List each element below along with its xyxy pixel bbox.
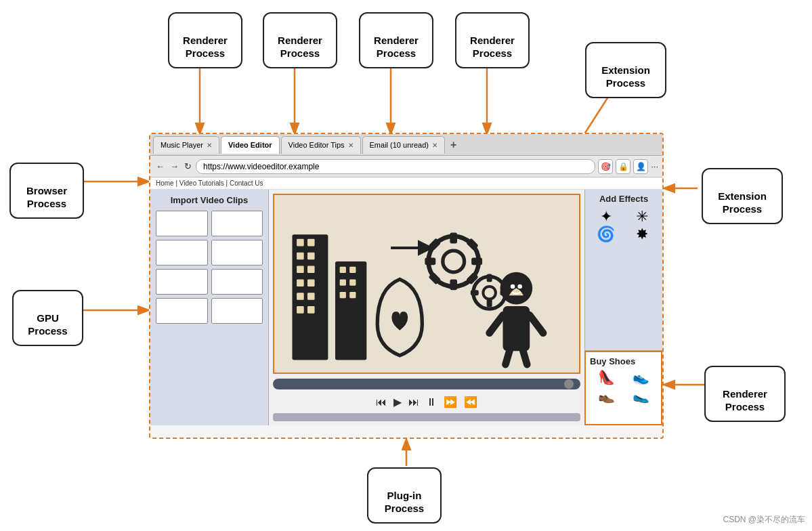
svg-line-52 <box>530 315 543 333</box>
extension-process-top: Extension Process <box>585 42 666 98</box>
svg-rect-15 <box>297 266 304 274</box>
video-illustration <box>274 195 579 373</box>
shoes-grid: 👠 👟 👞 🥿 <box>590 369 657 404</box>
clip-cell[interactable] <box>211 298 263 324</box>
svg-rect-21 <box>297 306 304 314</box>
new-tab-button[interactable]: + <box>446 139 461 151</box>
svg-rect-13 <box>297 253 304 260</box>
rewind-button[interactable]: ⏪ <box>464 396 477 408</box>
extension-process-right: Extension Process <box>702 168 783 224</box>
svg-rect-36 <box>471 258 482 266</box>
svg-point-49 <box>517 284 522 289</box>
renderer-process-2: Renderer Process <box>263 12 337 68</box>
effect-firework[interactable]: ✸ <box>625 227 658 242</box>
center-panel: ⏮ ▶ ⏭ ⏸ ⏩ ⏪ <box>269 190 584 425</box>
skip-forward-button[interactable]: ⏭ <box>408 396 419 408</box>
address-input[interactable] <box>196 159 595 174</box>
tab-close-icon[interactable]: ✕ <box>207 142 212 149</box>
left-panel: Import Video Clips <box>150 190 269 425</box>
svg-line-54 <box>523 349 528 365</box>
clip-cell[interactable] <box>211 269 263 295</box>
diagram-container: Renderer Process Renderer Process Render… <box>0 0 812 531</box>
svg-line-53 <box>505 349 510 365</box>
shoe-sandal[interactable]: 🥿 <box>624 387 657 404</box>
shoe-sneaker[interactable]: 👞 <box>590 387 622 404</box>
tab-close-icon-2[interactable]: ✕ <box>348 142 354 149</box>
shoe-boot[interactable]: 👟 <box>624 369 657 385</box>
progress-knob[interactable] <box>564 379 574 389</box>
svg-rect-11 <box>297 239 304 247</box>
ad-title: Buy Shoes <box>590 356 657 366</box>
menu-button[interactable]: ··· <box>651 161 658 171</box>
svg-rect-43 <box>487 274 492 282</box>
timeline-bar[interactable] <box>273 413 580 421</box>
pause-button[interactable]: ⏸ <box>426 396 437 408</box>
right-panel: Add Effects ✦ ✳ 🌀 ✸ Buy Shoes 👠 👟 👞 🥿 <box>584 190 662 425</box>
renderer-process-4: Renderer Process <box>455 12 530 68</box>
svg-rect-28 <box>340 292 346 298</box>
svg-rect-45 <box>471 290 479 295</box>
clip-grid <box>156 211 263 324</box>
address-bar-row: ← → ↻ 🎯 🔒 👤 ··· <box>150 156 662 177</box>
svg-rect-29 <box>349 292 356 298</box>
svg-rect-22 <box>307 306 315 314</box>
plugin-process: Plug-in Process <box>367 467 442 524</box>
tab-music-player[interactable]: Music Player ✕ <box>153 136 219 154</box>
clip-cell[interactable] <box>211 211 263 236</box>
effects-panel: Add Effects ✦ ✳ 🌀 ✸ <box>584 190 662 351</box>
svg-rect-27 <box>349 279 356 285</box>
clip-cell[interactable] <box>156 240 208 266</box>
video-preview <box>273 194 580 374</box>
tab-close-icon-3[interactable]: ✕ <box>432 142 437 149</box>
content-area: Import Video Clips <box>150 190 662 425</box>
svg-rect-33 <box>450 233 457 244</box>
extension-icon-3[interactable]: 👤 <box>633 159 648 174</box>
svg-rect-14 <box>307 253 315 260</box>
svg-point-47 <box>500 272 533 305</box>
gpu-process: GPU Process <box>12 290 83 346</box>
tab-video-editor[interactable]: Video Editor <box>221 136 280 154</box>
svg-rect-25 <box>349 267 356 273</box>
effect-swirl[interactable]: 🌀 <box>589 227 622 242</box>
effect-sparkle-1[interactable]: ✦ <box>589 209 622 224</box>
play-button[interactable]: ▶ <box>393 396 402 408</box>
clip-cell[interactable] <box>156 298 208 324</box>
extension-icon-2[interactable]: 🔒 <box>616 159 631 174</box>
svg-rect-23 <box>335 261 366 360</box>
ad-panel[interactable]: Buy Shoes 👠 👟 👞 🥿 <box>584 351 662 425</box>
clip-cell[interactable] <box>211 240 263 266</box>
reload-button[interactable]: ↻ <box>183 161 193 171</box>
effects-grid: ✦ ✳ 🌀 ✸ <box>589 209 658 242</box>
clip-cell[interactable] <box>156 269 208 295</box>
extension-icon-1[interactable]: 🎯 <box>598 159 613 174</box>
svg-rect-18 <box>307 279 315 286</box>
svg-rect-50 <box>503 306 530 351</box>
svg-rect-12 <box>307 239 315 247</box>
forward-button[interactable]: → <box>169 161 180 171</box>
tab-bar: Music Player ✕ Video Editor Video Editor… <box>150 134 662 156</box>
effect-star-burst[interactable]: ✳ <box>625 209 658 224</box>
renderer-process-right: Renderer Process <box>704 366 786 422</box>
svg-rect-16 <box>307 266 315 274</box>
tab-email[interactable]: Email (10 unread) ✕ <box>362 136 445 154</box>
back-button[interactable]: ← <box>154 161 166 171</box>
browser-frame: Music Player ✕ Video Editor Video Editor… <box>149 133 664 439</box>
svg-rect-35 <box>425 258 435 266</box>
svg-rect-17 <box>297 279 304 286</box>
svg-point-42 <box>483 286 496 299</box>
svg-rect-34 <box>450 279 457 290</box>
renderer-process-1: Renderer Process <box>168 12 242 68</box>
nav-links: Home | Video Tutorials | Contact Us <box>150 177 662 190</box>
playback-controls: ⏮ ▶ ⏭ ⏸ ⏩ ⏪ <box>273 394 580 410</box>
svg-rect-19 <box>297 293 304 300</box>
tab-video-editor-tips[interactable]: Video Editor Tips ✕ <box>281 136 361 154</box>
browser-process: Browser Process <box>9 163 84 219</box>
svg-point-32 <box>443 251 465 272</box>
shoe-heel[interactable]: 👠 <box>590 369 622 385</box>
skip-back-button[interactable]: ⏮ <box>376 396 387 408</box>
progress-bar[interactable] <box>273 379 580 389</box>
svg-rect-44 <box>487 299 492 307</box>
svg-point-48 <box>511 284 515 289</box>
fast-forward-button[interactable]: ⏩ <box>444 396 457 408</box>
clip-cell[interactable] <box>156 211 208 236</box>
